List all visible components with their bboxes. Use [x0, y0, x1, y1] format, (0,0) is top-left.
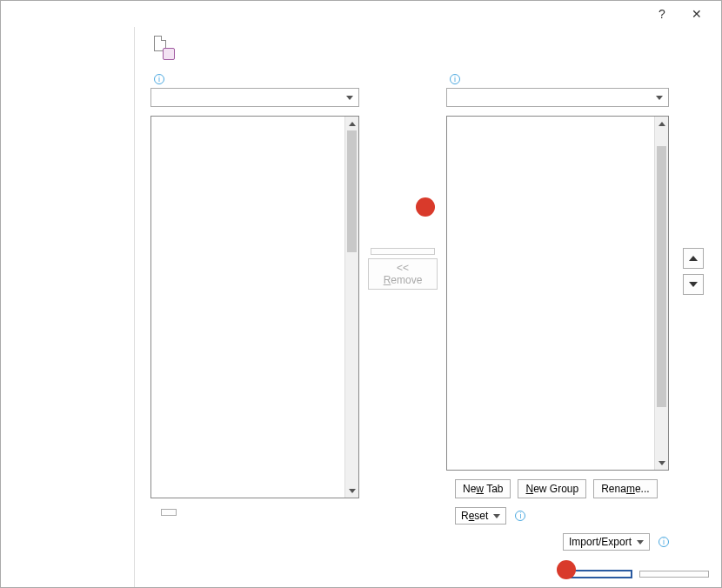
scrollbar[interactable] — [344, 117, 358, 498]
info-icon[interactable]: i — [450, 74, 460, 84]
ribbon-tree[interactable] — [446, 116, 669, 471]
scroll-up-icon[interactable] — [345, 117, 358, 130]
move-down-button[interactable] — [683, 274, 704, 295]
rename-button[interactable]: Rename... — [593, 479, 657, 498]
scroll-thumb[interactable] — [347, 130, 357, 252]
callout-2 — [557, 560, 576, 579]
choose-commands-dropdown[interactable] — [150, 88, 359, 107]
scroll-down-icon[interactable] — [655, 456, 668, 470]
help-button[interactable]: ? — [645, 7, 679, 21]
arrow-up-icon — [689, 256, 698, 261]
info-icon[interactable]: i — [658, 537, 669, 547]
scrollbar[interactable] — [654, 117, 668, 470]
scroll-down-icon[interactable] — [345, 484, 358, 498]
titlebar: ? ✕ — [1, 1, 721, 27]
chevron-down-icon — [656, 96, 663, 100]
remove-button[interactable]: << Remove — [368, 258, 438, 290]
customize-ribbon-dropdown[interactable] — [446, 88, 669, 107]
customize-keyboard-button[interactable] — [161, 509, 177, 516]
new-group-button[interactable]: New Group — [518, 479, 586, 498]
import-export-dropdown[interactable]: Import/Export — [563, 533, 650, 551]
move-up-button[interactable] — [683, 248, 704, 269]
scroll-up-icon[interactable] — [655, 117, 668, 130]
chevron-down-icon — [346, 96, 353, 100]
main-panel: i — [135, 27, 721, 587]
customize-ribbon-icon — [150, 36, 175, 60]
word-options-dialog: ? ✕ i — [0, 0, 722, 588]
callout-1 — [416, 197, 435, 217]
info-icon[interactable]: i — [154, 74, 164, 84]
commands-listbox[interactable] — [150, 116, 359, 498]
scroll-thumb[interactable] — [657, 146, 666, 407]
cancel-button[interactable] — [639, 571, 709, 578]
reset-dropdown[interactable]: Reset — [455, 507, 506, 525]
new-tab-button[interactable]: New Tab — [455, 479, 511, 498]
info-icon[interactable]: i — [515, 511, 525, 521]
arrow-down-icon — [689, 282, 698, 287]
close-button[interactable]: ✕ — [679, 7, 714, 21]
add-button[interactable] — [371, 248, 435, 255]
category-sidebar — [1, 27, 135, 587]
